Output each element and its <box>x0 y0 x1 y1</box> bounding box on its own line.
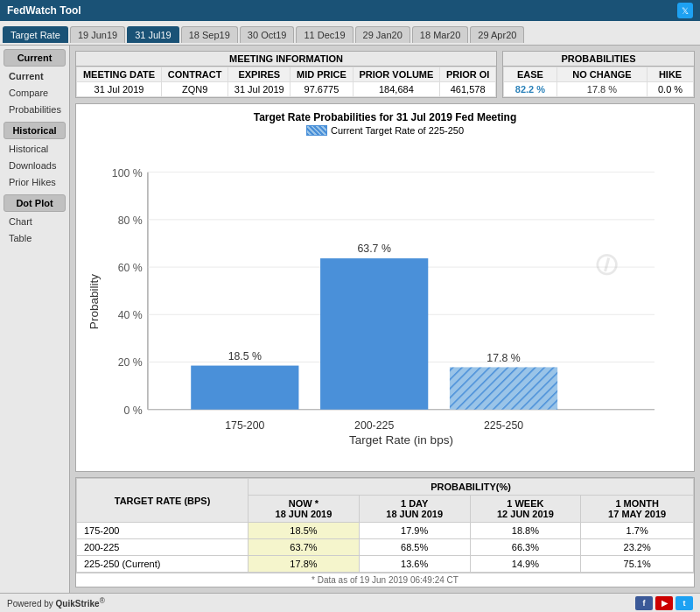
watermark-icon: ⊘ <box>586 242 627 286</box>
row3-week1: 14.9% <box>470 556 581 573</box>
sidebar-section-current: Current <box>4 49 66 67</box>
meeting-info-box: MEETING INFORMATION MEETING DATE CONTRAC… <box>75 51 497 98</box>
val-contract: ZQN9 <box>162 82 228 97</box>
app-title: FedWatch Tool <box>7 4 81 17</box>
row1-week1: 18.8% <box>470 523 581 539</box>
col-now: NOW * 18 JUN 2019 <box>248 496 360 523</box>
chart-title: Target Rate Probabilities for 31 Jul 201… <box>254 111 517 123</box>
col-contract: CONTRACT <box>162 67 228 82</box>
bar-225-250 <box>450 367 557 409</box>
col-mid-price: MID PRICE <box>290 67 353 82</box>
sidebar-section-dot-plot: Dot Plot <box>4 194 66 212</box>
val-meeting-date: 31 Jul 2019 <box>77 82 162 97</box>
y-axis-label: Probability <box>88 274 101 329</box>
sidebar-item-compare[interactable]: Compare <box>4 85 66 101</box>
title-bar: FedWatch Tool 𝕏 <box>0 0 700 21</box>
table-footnote: * Data as of 19 Jun 2019 06:49:24 CT <box>76 573 694 587</box>
chart-legend: Current Target Rate of 225-250 <box>306 125 464 136</box>
footer-icons: f ▶ t <box>635 596 693 610</box>
bar-label-200-225: 63.7 % <box>358 243 391 255</box>
col-1month: 1 MONTH 17 MAY 2019 <box>581 496 694 523</box>
facebook-icon[interactable]: f <box>635 596 653 610</box>
row2-day1: 68.5% <box>359 539 470 556</box>
bar-label-175-200: 18.5 % <box>228 350 262 362</box>
tab-30oct19[interactable]: 30 Oct19 <box>240 26 295 43</box>
row1-rate: 175-200 <box>77 523 248 539</box>
legend-label: Current Target Rate of 225-250 <box>331 125 464 136</box>
tab-11dec19[interactable]: 11 Dec19 <box>296 26 353 43</box>
col-no-change: NO CHANGE <box>556 67 647 82</box>
chart-area: Target Rate Probabilities for 31 Jul 201… <box>75 103 695 472</box>
row1-now: 18.5% <box>248 523 360 539</box>
svg-text:20 %: 20 % <box>118 356 143 369</box>
row2-week1: 66.3% <box>470 539 581 556</box>
sidebar-item-chart[interactable]: Chart <box>4 214 66 229</box>
sidebar-item-probabilities[interactable]: Probabilities <box>4 102 66 117</box>
bar-175-200 <box>191 366 298 410</box>
row3-day1: 13.6% <box>359 556 470 573</box>
val-mid-price: 97.6775 <box>290 82 353 97</box>
twitter-icon[interactable]: 𝕏 <box>677 3 693 18</box>
col-prior-oi: PRIOR OI <box>440 67 496 82</box>
row3-month1: 75.1% <box>581 556 694 573</box>
row1-month1: 1.7% <box>581 523 694 539</box>
row2-now: 63.7% <box>248 539 360 556</box>
tab-19jun19[interactable]: 19 Jun19 <box>70 26 125 43</box>
footer-text: Powered by QuikStrike® <box>7 596 105 608</box>
row2-rate: 200-225 <box>77 539 248 556</box>
col-ease: EASE <box>504 67 557 82</box>
x-tick-225-250: 225-250 <box>484 419 523 432</box>
tab-31jul19[interactable]: 31 Jul19 <box>127 26 179 43</box>
bottom-table-area: TARGET RATE (BPS) PROBABILITY(%) NOW * 1… <box>75 477 695 587</box>
row1-day1: 17.9% <box>359 523 470 539</box>
twitter-footer-icon[interactable]: t <box>676 596 693 610</box>
meeting-info-title: MEETING INFORMATION <box>76 52 496 67</box>
tab-18mar20[interactable]: 18 Mar20 <box>412 26 468 43</box>
sidebar-item-prior-hikes[interactable]: Prior Hikes <box>4 174 66 190</box>
val-no-change: 17.8 % <box>556 82 647 97</box>
col-target-rate-bps: TARGET RATE (BPS) <box>77 479 248 523</box>
svg-text:60 %: 60 % <box>118 262 143 274</box>
sidebar-section-historical: Historical <box>4 122 66 139</box>
row3-now: 17.8% <box>248 556 360 573</box>
val-hike: 0.0 % <box>648 82 694 97</box>
col-1week: 1 WEEK 12 JUN 2019 <box>470 496 581 523</box>
x-tick-200-225: 200-225 <box>354 419 394 432</box>
bar-label-225-250: 17.8 % <box>486 353 520 365</box>
col-hike: HIKE <box>648 67 694 82</box>
sidebar-item-current[interactable]: Current <box>4 68 66 84</box>
sidebar-item-table[interactable]: Table <box>4 230 66 246</box>
tab-18sep19[interactable]: 18 Sep19 <box>181 26 238 43</box>
sidebar: Current Current Compare Probabilities Hi… <box>0 46 70 593</box>
legend-pattern-icon <box>306 125 327 136</box>
svg-text:100 %: 100 % <box>112 167 143 179</box>
row3-rate: 225-250 (Current) <box>77 556 248 573</box>
svg-text:0 %: 0 % <box>124 404 143 417</box>
tab-29apr20[interactable]: 29 Apr20 <box>470 26 524 43</box>
val-prior-oi: 461,578 <box>440 82 496 97</box>
sidebar-item-downloads[interactable]: Downloads <box>4 158 66 173</box>
tab-target-rate[interactable]: Target Rate <box>3 26 68 43</box>
val-prior-volume: 184,684 <box>353 82 440 97</box>
val-expires: 31 Jul 2019 <box>228 82 290 97</box>
svg-text:80 %: 80 % <box>118 215 143 227</box>
bar-200-225 <box>320 258 428 410</box>
tab-29jan20[interactable]: 29 Jan20 <box>355 26 410 43</box>
svg-text:40 %: 40 % <box>118 309 143 321</box>
col-meeting-date: MEETING DATE <box>77 67 162 82</box>
probabilities-box: PROBABILITIES EASE NO CHANGE HIKE 82.2 % <box>502 51 695 98</box>
row2-month1: 23.2% <box>581 539 694 556</box>
chart-svg: Probability 0 % 20 % 40 % 60 % 80 % <box>83 139 687 464</box>
youtube-icon[interactable]: ▶ <box>655 596 673 610</box>
probabilities-title: PROBABILITIES <box>503 52 694 67</box>
col-probability-pct: PROBABILITY(%) <box>248 479 694 496</box>
tab-bar: Target Rate 19 Jun19 31 Jul19 18 Sep19 3… <box>0 21 700 46</box>
x-axis-label: Target Rate (in bps) <box>349 433 453 447</box>
sidebar-item-historical[interactable]: Historical <box>4 141 66 157</box>
footer: Powered by QuikStrike® f ▶ t <box>0 593 700 612</box>
col-expires: EXPIRES <box>228 67 290 82</box>
x-tick-175-200: 175-200 <box>225 419 264 432</box>
col-prior-volume: PRIOR VOLUME <box>353 67 440 82</box>
val-ease: 82.2 % <box>504 82 557 97</box>
col-1day: 1 DAY 18 JUN 2019 <box>359 496 470 523</box>
